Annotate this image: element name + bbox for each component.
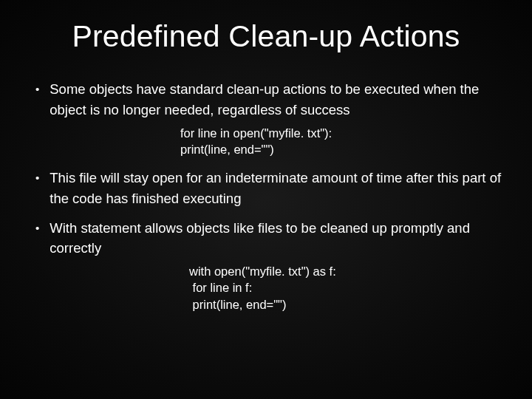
bullet-dot: •	[35, 79, 39, 100]
code-block-1: for line in open("myfile. txt"): print(l…	[34, 125, 502, 158]
bullet-text: Some objects have standard clean-up acti…	[50, 79, 502, 120]
slide: Predefined Clean-up Actions • Some objec…	[0, 0, 532, 399]
code-line: for line in f:	[189, 281, 252, 294]
bullet-3: • With statement allows objects like fil…	[34, 218, 502, 259]
bullet-dot: •	[35, 168, 39, 188]
slide-body: • Some objects have standard clean-up ac…	[30, 79, 502, 313]
code-line: print(line, end="")	[189, 298, 286, 311]
code-line: for line in open("myfile. txt"):	[180, 126, 332, 140]
code-block-2: with open("myfile. txt") as f: for line …	[34, 263, 502, 313]
code-line: print(line, end="")	[180, 143, 274, 156]
bullet-2: • This file will stay open for an indete…	[34, 168, 502, 209]
slide-title: Predefined Clean-up Actions	[30, 19, 502, 54]
bullet-text: This file will stay open for an indeterm…	[50, 168, 502, 209]
bullet-1: • Some objects have standard clean-up ac…	[34, 79, 502, 120]
code-line: with open("myfile. txt") as f:	[189, 265, 336, 278]
bullet-dot: •	[35, 218, 39, 239]
bullet-text: With statement allows objects like files…	[50, 218, 502, 259]
